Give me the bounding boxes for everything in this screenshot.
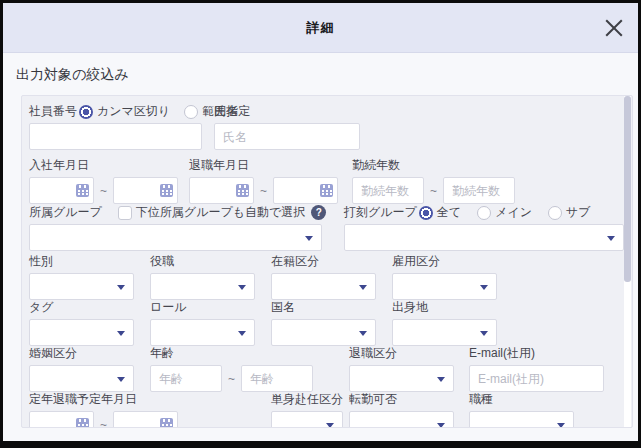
position-label: 役職	[150, 253, 174, 270]
stamping-group-select[interactable]	[344, 224, 624, 251]
radio-stamping-main-label: メイン	[495, 204, 532, 221]
chevron-down-icon	[117, 377, 125, 382]
field-single-assignment-category: 単身赴任区分	[271, 392, 343, 428]
chevron-down-icon	[480, 285, 488, 290]
service-years-from-input[interactable]	[352, 177, 424, 204]
single-assignment-category-label: 単身赴任区分	[271, 391, 343, 408]
field-enrollment-category: 在籍区分	[271, 254, 376, 300]
age-to-input[interactable]	[241, 365, 313, 392]
calendar-icon[interactable]	[320, 184, 333, 197]
transfer-availability-label: 転勤可否	[349, 391, 397, 408]
age-from-input[interactable]	[150, 365, 222, 392]
calendar-icon[interactable]	[76, 184, 89, 197]
hire-date-label: 入社年月日	[29, 157, 89, 174]
chevron-down-icon	[437, 377, 445, 382]
details-dialog: 詳細 出力対象の絞込み 社員番号 カンマ区切り 範囲指定 氏名 入社	[0, 0, 641, 448]
filter-panel: 社員番号 カンマ区切り 範囲指定 氏名 入社年月日 ~	[21, 95, 633, 428]
email-company-label: E-mail(社用)	[469, 345, 535, 362]
service-years-to-input[interactable]	[443, 177, 515, 204]
tilde-separator: ~	[100, 184, 107, 198]
help-icon[interactable]: ?	[311, 205, 326, 220]
marital-status-select[interactable]	[29, 365, 134, 392]
chevron-down-icon	[359, 285, 367, 290]
chevron-down-icon	[238, 285, 246, 290]
radio-stamping-sub-label: サブ	[566, 204, 591, 221]
radio-stamping-all[interactable]	[419, 206, 433, 220]
employee-number-label: 社員番号	[29, 103, 77, 120]
calendar-icon[interactable]	[76, 418, 89, 428]
chevron-down-icon	[359, 331, 367, 336]
field-service-years: 勤続年数 ~	[352, 158, 515, 204]
field-affiliation-group: 所属グループ 下位所属グループも自動で選択 ?	[29, 205, 326, 251]
field-email-company: E-mail(社用)	[469, 346, 604, 392]
field-stamping-group: 打刻グループ 全て メイン サブ	[344, 205, 624, 251]
calendar-icon[interactable]	[236, 184, 249, 197]
employee-number-input[interactable]	[29, 123, 202, 150]
field-country: 国名	[271, 300, 376, 346]
close-icon[interactable]	[604, 18, 624, 38]
retirement-category-label: 退職区分	[349, 345, 397, 362]
job-type-select[interactable]	[469, 411, 574, 428]
radio-stamping-all-label: 全て	[437, 204, 461, 221]
email-company-input[interactable]	[469, 365, 604, 392]
chevron-down-icon	[326, 423, 334, 428]
field-birthplace: 出身地	[392, 300, 497, 346]
chevron-down-icon	[238, 331, 246, 336]
gender-label: 性別	[29, 253, 53, 270]
affiliation-group-label: 所属グループ	[29, 204, 102, 221]
field-hire-date: 入社年月日 ~	[29, 158, 178, 204]
calendar-icon[interactable]	[160, 418, 173, 428]
auto-select-subgroups-checkbox[interactable]	[118, 206, 132, 220]
tilde-separator: ~	[260, 184, 267, 198]
dialog-title: 詳細	[307, 19, 335, 37]
field-employment-category: 雇用区分	[392, 254, 497, 300]
field-gender: 性別	[29, 254, 134, 300]
service-years-label: 勤続年数	[352, 157, 400, 174]
field-marital-status: 婚姻区分	[29, 346, 134, 392]
field-role: ロール	[150, 300, 255, 346]
gender-select[interactable]	[29, 273, 134, 300]
field-job-type: 職種	[469, 392, 574, 428]
role-label: ロール	[150, 299, 187, 316]
employment-category-label: 雇用区分	[392, 253, 440, 270]
name-input[interactable]	[214, 123, 360, 150]
calendar-icon[interactable]	[160, 184, 173, 197]
role-select[interactable]	[150, 319, 255, 346]
field-scheduled-retirement-date: 定年退職予定年月日 ~	[29, 392, 178, 428]
country-select[interactable]	[271, 319, 376, 346]
retirement-date-label: 退職年月日	[189, 157, 249, 174]
radio-stamping-main[interactable]	[477, 206, 491, 220]
birthplace-select[interactable]	[392, 319, 497, 346]
enrollment-category-select[interactable]	[271, 273, 376, 300]
position-select[interactable]	[150, 273, 255, 300]
radio-stamping-sub[interactable]	[548, 206, 562, 220]
chevron-down-icon	[607, 236, 615, 241]
employment-category-select[interactable]	[392, 273, 497, 300]
chevron-down-icon	[480, 331, 488, 336]
transfer-availability-select[interactable]	[349, 411, 454, 428]
tag-select[interactable]	[29, 319, 134, 346]
panel-scrollbar[interactable]	[624, 96, 631, 427]
chevron-down-icon	[557, 423, 565, 428]
field-position: 役職	[150, 254, 255, 300]
field-age: 年齢 ~	[150, 346, 313, 392]
affiliation-group-select[interactable]	[29, 224, 322, 251]
country-label: 国名	[271, 299, 295, 316]
field-name: 氏名	[214, 104, 360, 150]
radio-comma-separated[interactable]	[79, 105, 93, 119]
birthplace-label: 出身地	[392, 299, 428, 316]
field-transfer-availability: 転勤可否	[349, 392, 454, 428]
chevron-down-icon	[117, 331, 125, 336]
section-heading: 出力対象の絞込み	[16, 66, 638, 84]
field-tag: タグ	[29, 300, 134, 346]
single-assignment-category-select[interactable]	[271, 411, 343, 428]
enrollment-category-label: 在籍区分	[271, 253, 319, 270]
radio-range-spec[interactable]	[184, 105, 198, 119]
retirement-category-select[interactable]	[349, 365, 454, 392]
stamping-group-label: 打刻グループ	[344, 204, 417, 221]
tag-label: タグ	[29, 299, 54, 316]
scheduled-retirement-date-label: 定年退職予定年月日	[29, 391, 137, 408]
auto-select-subgroups-label: 下位所属グループも自動で選択	[136, 204, 305, 221]
scrollbar-thumb[interactable]	[624, 96, 631, 282]
dialog-header: 詳細	[3, 3, 638, 53]
